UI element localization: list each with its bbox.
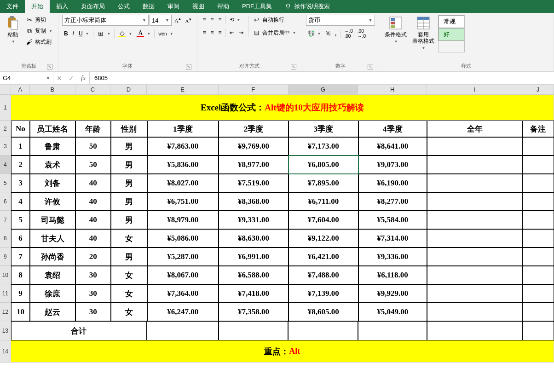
data-cell[interactable]: 3: [11, 174, 30, 192]
data-cell[interactable]: 40: [75, 174, 111, 192]
data-cell[interactable]: 30: [75, 303, 111, 321]
data-cell[interactable]: [427, 266, 522, 284]
data-cell[interactable]: ¥8,277.00: [358, 192, 427, 211]
data-cell[interactable]: [522, 174, 554, 192]
data-cell[interactable]: ¥9,331.00: [219, 211, 289, 229]
align-middle-button[interactable]: ≡: [209, 15, 216, 25]
row-header-4[interactable]: 4: [0, 156, 11, 174]
accounting-format-button[interactable]: 💱▼: [306, 29, 323, 39]
data-cell[interactable]: [427, 174, 522, 192]
data-cell[interactable]: 男: [111, 156, 147, 174]
cut-button[interactable]: ✂剪切: [24, 15, 54, 25]
data-cell[interactable]: 7: [11, 248, 30, 266]
data-cell[interactable]: 女: [111, 266, 147, 284]
data-cell[interactable]: [427, 211, 522, 229]
data-cell[interactable]: ¥6,421.00: [289, 248, 358, 266]
data-cell[interactable]: ¥7,314.00: [358, 229, 427, 248]
decrease-font-button[interactable]: A▾: [184, 15, 193, 25]
data-cell[interactable]: [522, 229, 554, 248]
row-header-8[interactable]: 8: [0, 229, 11, 248]
data-cell[interactable]: ¥9,073.00: [358, 156, 427, 174]
row-header-6[interactable]: 6: [0, 192, 11, 211]
col-header-J[interactable]: J: [522, 85, 554, 94]
data-cell[interactable]: 赵云: [30, 303, 75, 321]
row-header-9[interactable]: 9: [0, 248, 11, 266]
comma-format-button[interactable]: ,: [333, 29, 338, 39]
data-cell[interactable]: ¥6,190.00: [358, 174, 427, 192]
row-header-1[interactable]: 1: [0, 95, 11, 121]
dialog-launcher-clipboard[interactable]: ⤡: [47, 64, 52, 69]
data-cell[interactable]: ¥7,604.00: [289, 211, 358, 229]
header-cell[interactable]: 年龄: [75, 121, 111, 137]
data-cell[interactable]: 男: [111, 192, 147, 211]
data-cell[interactable]: [522, 248, 554, 266]
border-button[interactable]: ⊞▼: [95, 29, 113, 39]
header-cell[interactable]: 性别: [111, 121, 147, 137]
data-cell[interactable]: ¥8,027.00: [147, 174, 219, 192]
row-header-12[interactable]: 12: [0, 303, 11, 321]
data-cell[interactable]: ¥8,979.00: [147, 211, 219, 229]
data-cell[interactable]: ¥5,086.00: [147, 229, 219, 248]
col-header-G[interactable]: G: [289, 85, 358, 94]
col-header-A[interactable]: A: [11, 85, 30, 94]
data-cell[interactable]: [522, 156, 554, 174]
dialog-launcher-alignment[interactable]: ⤡: [291, 64, 296, 69]
data-cell[interactable]: ¥9,769.00: [219, 137, 289, 156]
data-cell[interactable]: [522, 137, 554, 156]
tab-review[interactable]: 审阅: [161, 0, 186, 13]
align-center-button[interactable]: ≡: [209, 28, 216, 38]
data-cell[interactable]: ¥9,122.00: [289, 229, 358, 248]
data-cell[interactable]: 孙尚香: [30, 248, 75, 266]
total-label-cell[interactable]: 合计: [11, 321, 147, 340]
tab-data[interactable]: 数据: [136, 0, 161, 13]
data-cell[interactable]: 4: [11, 192, 30, 211]
cell-styles-gallery[interactable]: 常规 好: [438, 15, 465, 52]
conditional-format-button[interactable]: 条件格式▼: [383, 15, 409, 52]
data-cell[interactable]: ¥6,711.00: [289, 192, 358, 211]
tab-formulas[interactable]: 公式: [111, 0, 136, 13]
data-cell[interactable]: 30: [75, 266, 111, 284]
header-cell[interactable]: 员工姓名: [30, 121, 75, 137]
data-cell[interactable]: 男: [111, 211, 147, 229]
data-cell[interactable]: ¥6,991.00: [219, 248, 289, 266]
data-cell[interactable]: [522, 284, 554, 303]
data-cell[interactable]: ¥5,836.00: [147, 156, 219, 174]
increase-font-button[interactable]: A▴: [173, 15, 183, 25]
data-cell[interactable]: ¥7,173.00: [289, 137, 358, 156]
tell-me-search[interactable]: 操作说明搜索: [285, 2, 330, 11]
underline-button[interactable]: U▼: [77, 29, 91, 39]
data-cell[interactable]: [427, 284, 522, 303]
tab-insert[interactable]: 插入: [50, 0, 75, 13]
increase-indent-button[interactable]: ⇥: [237, 28, 245, 38]
dialog-launcher-font[interactable]: ⤡: [186, 64, 191, 69]
align-top-button[interactable]: ≡: [201, 15, 208, 25]
data-cell[interactable]: 50: [75, 137, 111, 156]
row-header-10[interactable]: 10: [0, 266, 11, 284]
percent-format-button[interactable]: %: [323, 29, 332, 39]
total-cell[interactable]: [427, 321, 522, 340]
font-color-button[interactable]: A▼: [135, 29, 152, 39]
data-cell[interactable]: 女: [111, 229, 147, 248]
data-cell[interactable]: 刘备: [30, 174, 75, 192]
data-cell[interactable]: [427, 229, 522, 248]
paste-button[interactable]: 粘贴 ▼: [4, 15, 22, 47]
number-format-combo[interactable]: 货币▼: [306, 15, 375, 26]
row-header-13[interactable]: 13: [0, 321, 11, 340]
insert-function-button[interactable]: fx: [77, 75, 89, 82]
col-header-H[interactable]: H: [358, 85, 427, 94]
tab-page-layout[interactable]: 页面布局: [75, 0, 111, 13]
col-header-D[interactable]: D: [110, 85, 147, 94]
header-cell[interactable]: 4季度: [358, 121, 427, 137]
accept-formula-button[interactable]: ✓: [65, 75, 77, 82]
merge-center-button[interactable]: ⊟合并后居中▼: [251, 28, 298, 38]
header-cell[interactable]: 2季度: [219, 121, 289, 137]
data-cell[interactable]: ¥7,488.00: [289, 266, 358, 284]
tab-home[interactable]: 开始: [25, 0, 50, 13]
data-cell[interactable]: ¥6,118.00: [358, 266, 427, 284]
data-cell[interactable]: 8: [11, 266, 30, 284]
data-cell[interactable]: ¥5,584.00: [358, 211, 427, 229]
data-cell[interactable]: ¥7,895.00: [289, 174, 358, 192]
data-cell[interactable]: 1: [11, 137, 30, 156]
footer-cell[interactable]: 重点：Alt: [11, 340, 554, 363]
formula-input[interactable]: 6805: [90, 72, 554, 84]
